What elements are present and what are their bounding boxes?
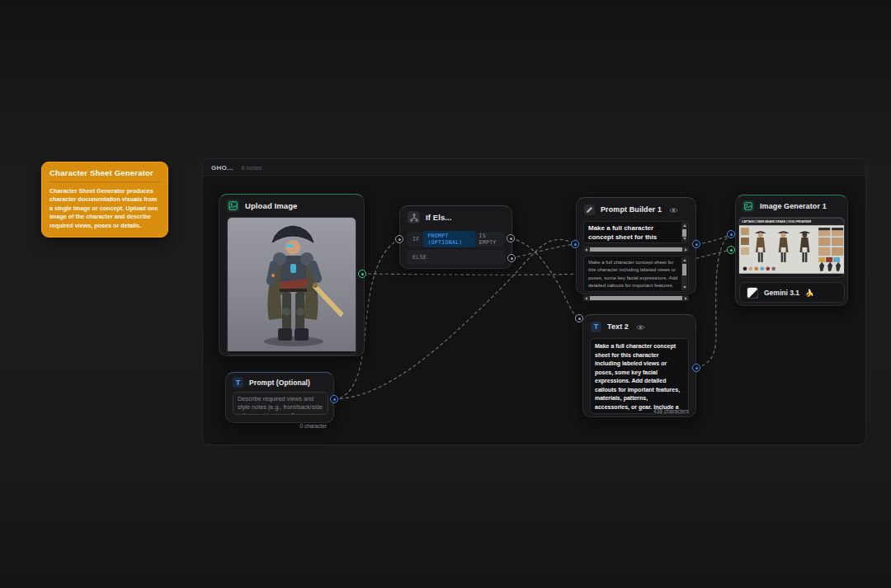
- wire-builder-to-imagegen: [696, 234, 731, 244]
- port-upload-image-output[interactable]: [358, 270, 366, 278]
- node-text2[interactable]: T Text 2 Make a full character concept s…: [582, 314, 696, 417]
- note-title: Character Sheet Generator: [50, 168, 160, 182]
- else-label: ELSE: [412, 254, 427, 261]
- text2-content[interactable]: Make a full character concept sheet for …: [590, 338, 689, 414]
- pencil-icon: [584, 205, 595, 215]
- char-count: 438 characters: [653, 408, 689, 414]
- port-imagegen-prompt-input[interactable]: [727, 230, 735, 238]
- horizontal-scrollbar[interactable]: [583, 295, 689, 301]
- model-name: Gemini 3.1: [764, 289, 799, 297]
- char-count: 0 character: [299, 423, 327, 429]
- port-text2-input[interactable]: [575, 314, 583, 322]
- generated-character-sheet[interactable]: CAPTAIN CYBER-BEARD DRAKE | VOID-PRIVATE…: [738, 217, 845, 278]
- port-text2-output[interactable]: [692, 364, 700, 372]
- node-title: Prompt Builder 1: [601, 205, 662, 214]
- prompt-builder-input[interactable]: Make a full character concept sheet for …: [583, 221, 689, 243]
- vertical-scrollbar[interactable]: [681, 257, 687, 290]
- node-title: Upload Image: [245, 201, 298, 210]
- node-upload-image-header[interactable]: Upload Image: [219, 195, 364, 217]
- port-prompt-builder-output[interactable]: [692, 240, 700, 248]
- text-icon: T: [233, 377, 243, 388]
- wire-else-to-builder: [512, 244, 575, 258]
- if-label: IF: [412, 236, 419, 242]
- port-else-output[interactable]: [507, 254, 516, 262]
- node-text2-header[interactable]: T Text 2: [583, 315, 695, 338]
- port-prompt-optional-output[interactable]: [330, 395, 338, 403]
- prompt-optional-textarea[interactable]: [233, 392, 328, 415]
- vertical-scrollbar[interactable]: [681, 223, 687, 242]
- node-image-generator-header[interactable]: Image Generator 1: [736, 195, 847, 217]
- node-title: If Els...: [426, 213, 452, 222]
- port-if-input[interactable]: [395, 235, 403, 243]
- workflow-panel: GHO... 6 nodes: [202, 158, 866, 445]
- if-condition-row[interactable]: IF PROMPT (OPTIONAL) IS EMPTY: [407, 232, 505, 247]
- image-icon: [227, 200, 239, 212]
- eye-icon[interactable]: [669, 202, 678, 217]
- prompt-builder-input-text[interactable]: Make a full character concept sheet for …: [584, 222, 688, 243]
- note-card[interactable]: Character Sheet Generator Character Shee…: [41, 162, 168, 238]
- else-row[interactable]: ELSE: [407, 250, 505, 265]
- branch-icon: [408, 211, 420, 223]
- node-if-else-header[interactable]: If Els...: [400, 206, 512, 228]
- node-title: Prompt (Optional): [249, 379, 310, 387]
- model-selector[interactable]: Gemini 3.1 🍌: [739, 282, 845, 303]
- node-title: Image Generator 1: [760, 202, 827, 210]
- node-prompt-optional[interactable]: T Prompt (Optional) 0 character: [225, 372, 334, 423]
- node-title: Text 2: [607, 322, 629, 331]
- text-icon: T: [591, 322, 601, 332]
- horizontal-scrollbar[interactable]: [583, 247, 689, 252]
- model-logo-icon: [747, 287, 758, 299]
- node-prompt-builder-header[interactable]: Prompt Builder 1: [577, 198, 695, 221]
- port-imagegen-image-input[interactable]: [727, 246, 735, 254]
- wire-if-to-text2: [511, 238, 579, 318]
- node-prompt-optional-header[interactable]: T Prompt (Optional): [226, 373, 333, 392]
- node-upload-image[interactable]: Upload Image: [219, 194, 365, 356]
- banana-emoji: 🍌: [805, 289, 814, 297]
- node-prompt-builder[interactable]: Prompt Builder 1 Make a full character c…: [576, 197, 696, 294]
- port-if-true-output[interactable]: [507, 234, 515, 242]
- condition-variable-pill[interactable]: PROMPT (OPTIONAL): [423, 231, 474, 247]
- workflow-canvas[interactable]: Upload Image: [203, 159, 865, 445]
- eye-icon[interactable]: [636, 319, 645, 334]
- uploaded-character-image[interactable]: [227, 217, 356, 355]
- image-icon: [742, 200, 754, 212]
- note-body: Character Sheet Generator produces chara…: [50, 187, 160, 230]
- prompt-builder-preview[interactable]: Make a full character concept sheet for …: [583, 256, 689, 292]
- wire-text2-to-imagegen: [696, 234, 731, 368]
- svg-text:CAPTAIN CYBER-BEARD DRAKE | VO: CAPTAIN CYBER-BEARD DRAKE | VOID-PRIVATE…: [742, 220, 812, 223]
- prompt-builder-preview-text: Make a full character concept sheet for …: [584, 256, 688, 292]
- condition-operator: IS EMPTY: [479, 233, 500, 246]
- node-if-else[interactable]: If Els... IF PROMPT (OPTIONAL) IS EMPTY …: [399, 205, 512, 269]
- port-prompt-builder-input[interactable]: [571, 240, 579, 248]
- node-image-generator[interactable]: Image Generator 1 CAPTAIN CYBER-BEARD DR…: [735, 195, 848, 306]
